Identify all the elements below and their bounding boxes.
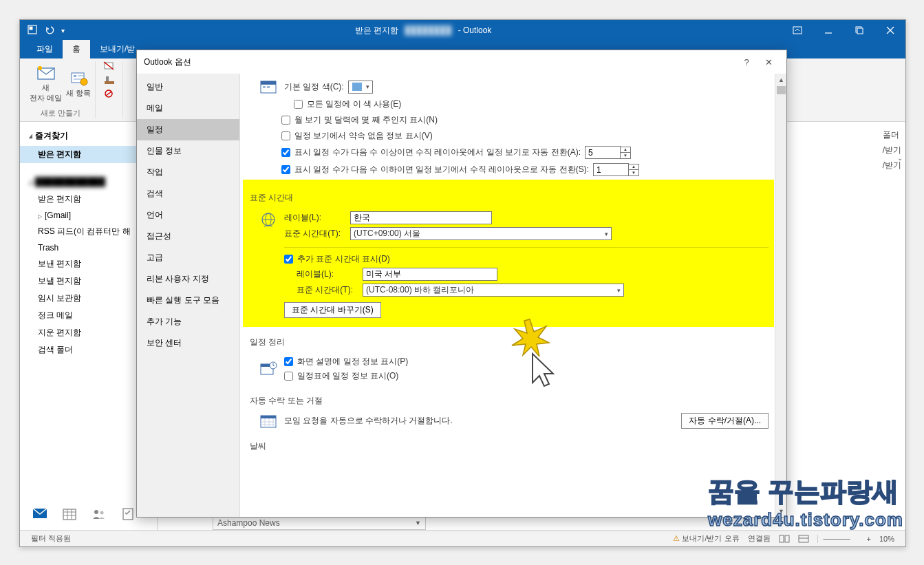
- nav-calendar[interactable]: 일정: [137, 119, 239, 140]
- svg-rect-29: [123, 509, 133, 520]
- cb-auto-vertical[interactable]: [281, 148, 290, 157]
- svg-point-14: [80, 78, 87, 85]
- dialog-title: Outlook 옵션: [144, 56, 735, 68]
- cb-additional-tz[interactable]: [284, 255, 293, 264]
- options-content: 기본 일정 색(C): ▾ 모든 일정에 이 색 사용(E) 월 보기 및 달력…: [240, 74, 786, 517]
- junk-icon[interactable]: [103, 89, 116, 100]
- nav-people[interactable]: 인물 정보: [137, 140, 239, 162]
- svg-rect-22: [63, 509, 76, 520]
- cb-week-numbers[interactable]: [281, 116, 290, 125]
- cleanup-icon[interactable]: [103, 75, 116, 86]
- options-scrollbar[interactable]: ▲ ▼: [775, 74, 786, 517]
- auto-accept-header: 자동 수락 또는 거절: [247, 391, 769, 411]
- dialog-close-button[interactable]: ✕: [758, 57, 780, 67]
- svg-rect-37: [267, 86, 270, 88]
- minimize-button[interactable]: [813, 20, 844, 41]
- auto-accept-button[interactable]: 자동 수락/거절(A)...: [681, 413, 769, 429]
- tz2-timezone-select[interactable]: (UTC-08:00) 바하 캘리포니아▾: [363, 284, 624, 297]
- new-items-button[interactable]: 새 항목: [66, 70, 91, 98]
- view-normal-icon[interactable]: [779, 535, 790, 543]
- tz2-label-input[interactable]: [363, 268, 497, 281]
- weather-header: 날씨: [247, 436, 769, 456]
- ribbon-options-icon[interactable]: [782, 20, 813, 41]
- svg-rect-48: [261, 416, 276, 418]
- nav-trust[interactable]: 보안 센터: [137, 332, 239, 354]
- status-sendreceive-error[interactable]: ⚠보내기/받기 오류: [673, 533, 739, 544]
- nav-search[interactable]: 검색: [137, 183, 239, 204]
- cb-all-calendars[interactable]: [294, 100, 303, 109]
- undo-icon[interactable]: [45, 25, 54, 36]
- svg-rect-2: [793, 27, 802, 34]
- calendar-nav-icon[interactable]: [63, 508, 76, 523]
- tz2-timezone-label: 표준 시간대(T):: [297, 284, 356, 296]
- svg-rect-5: [857, 28, 863, 34]
- nav-mail[interactable]: 메일: [137, 98, 239, 119]
- dialog-help-button[interactable]: ?: [735, 57, 758, 67]
- svg-rect-38: [352, 83, 362, 91]
- svg-rect-1: [30, 27, 32, 30]
- window-title: 받은 편지함 ████████ - Outlook: [65, 25, 782, 36]
- zoom-level: 10%: [879, 535, 894, 543]
- status-filter: 필터 적용됨: [31, 533, 71, 544]
- titlebar: ▾ 받은 편지함 ████████ - Outlook: [20, 20, 905, 41]
- svg-rect-12: [78, 75, 83, 76]
- nav-language[interactable]: 언어: [137, 204, 239, 226]
- dialog-titlebar: Outlook 옵션 ? ✕: [137, 50, 786, 74]
- nav-qat[interactable]: 빠른 실행 도구 모음: [137, 290, 239, 311]
- ribbon-group-label: 새로 만들기: [41, 108, 80, 118]
- nav-accessibility[interactable]: 접근성: [137, 226, 239, 247]
- tz-label-label: 레이블(L):: [284, 212, 343, 224]
- tz-label-input[interactable]: [350, 211, 492, 224]
- swap-timezones-button[interactable]: 표준 시간대 바꾸기(S): [284, 302, 381, 318]
- view-reading-icon[interactable]: [798, 535, 809, 543]
- nav-addins[interactable]: 추가 기능: [137, 311, 239, 332]
- tab-home[interactable]: 홈: [63, 40, 90, 58]
- nav-ribbon[interactable]: 리본 사용자 지정: [137, 268, 239, 290]
- zoom-out-button[interactable]: ─────: [817, 535, 859, 543]
- spin-threshold-2[interactable]: ▲▼: [593, 163, 639, 176]
- ribbon-right-remnant: 폴더 /받기 /받기 ⌄: [883, 127, 901, 173]
- svg-point-9: [38, 66, 42, 70]
- timezone-section-highlighted: 표준 시간대 레이블(L): 표준 시간대(T): (UTC+09:00) 서울…: [243, 180, 774, 327]
- ignore-icon[interactable]: [103, 61, 116, 72]
- people-nav-icon[interactable]: [92, 508, 107, 523]
- new-email-button[interactable]: 새 전자 메일: [30, 65, 62, 103]
- nav-advanced[interactable]: 고급: [137, 247, 239, 268]
- spin-threshold-1[interactable]: ▲▼: [585, 146, 631, 159]
- svg-rect-31: [785, 535, 789, 542]
- tz-timezone-label: 표준 시간대(T):: [284, 228, 343, 239]
- maximize-button[interactable]: [844, 20, 874, 41]
- status-connected: 연결됨: [748, 533, 771, 544]
- app-icon: [27, 24, 38, 37]
- svg-point-28: [100, 511, 104, 515]
- ribbon-group-new: 새 전자 메일 새 항목 새로 만들기: [25, 61, 96, 118]
- cb-no-appointment[interactable]: [281, 131, 290, 140]
- mail-nav-icon[interactable]: [32, 508, 47, 523]
- tz2-label-label: 레이블(L):: [297, 268, 356, 280]
- tz-timezone-select[interactable]: (UTC+09:00) 서울▾: [350, 227, 612, 240]
- scheduling-header: 일정 정리: [247, 332, 769, 352]
- default-color-label: 기본 일정 색(C):: [284, 81, 344, 93]
- svg-rect-30: [780, 535, 784, 542]
- zoom-in-button[interactable]: +: [867, 535, 871, 543]
- svg-rect-32: [799, 535, 808, 542]
- svg-point-27: [94, 510, 98, 514]
- ribbon-group-delete: [96, 61, 123, 118]
- cb-schedule-info[interactable]: [284, 372, 293, 381]
- svg-rect-35: [261, 81, 276, 85]
- cb-screentip[interactable]: [284, 357, 293, 366]
- auto-accept-desc: 모임 요청을 자동으로 수락하거나 거절합니다.: [284, 415, 677, 427]
- svg-rect-36: [263, 86, 266, 88]
- auto-accept-icon: [257, 414, 280, 429]
- default-color-picker[interactable]: ▾: [348, 81, 373, 94]
- options-nav: 일반 메일 일정 인물 정보 작업 검색 언어 접근성 고급 리본 사용자 지정…: [137, 74, 240, 517]
- timezone-header: 표준 시간대: [247, 188, 769, 208]
- cb-auto-vertical-2[interactable]: [281, 165, 290, 174]
- nav-general[interactable]: 일반: [137, 76, 239, 98]
- tab-file[interactable]: 파일: [27, 40, 63, 58]
- close-button[interactable]: [874, 20, 905, 41]
- ashampoo-dropdown[interactable]: Ashampoo News▼: [213, 516, 426, 530]
- options-dialog: Outlook 옵션 ? ✕ 일반 메일 일정 인물 정보 작업 검색 언어 접…: [136, 50, 787, 518]
- tasks-nav-icon[interactable]: [122, 508, 134, 523]
- nav-tasks[interactable]: 작업: [137, 162, 239, 183]
